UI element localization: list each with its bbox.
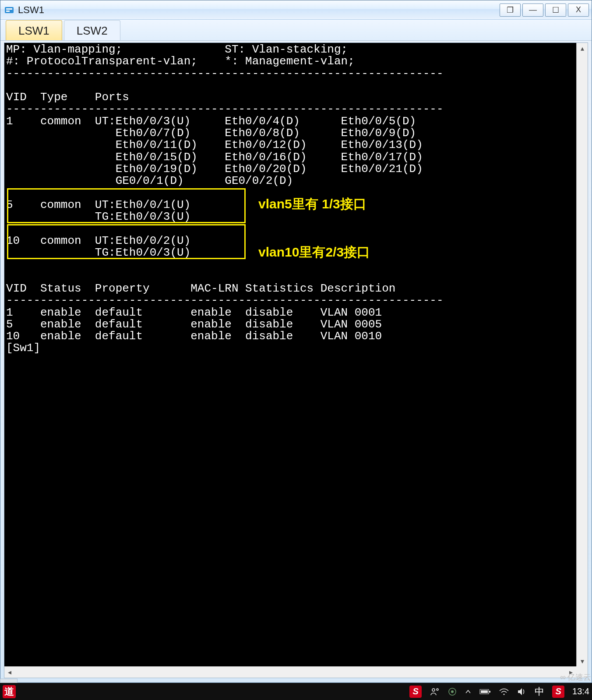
svg-rect-0	[5, 7, 14, 13]
maximize-button[interactable]: ☐	[545, 4, 566, 17]
svg-rect-1	[6, 8, 12, 10]
svg-point-6	[451, 690, 454, 693]
battery-icon[interactable]	[479, 688, 491, 695]
tab-lsw1[interactable]: LSW1	[6, 20, 62, 40]
taskbar-app-icon[interactable]: 道	[3, 685, 16, 698]
watermark: ∞亿速云	[560, 672, 591, 682]
svg-rect-8	[489, 691, 490, 693]
tab-strip: LSW1 LSW2	[0, 20, 592, 41]
svg-point-10	[504, 693, 505, 695]
sogou-tray-icon[interactable]: S	[409, 686, 422, 698]
tab-lsw2[interactable]: LSW2	[64, 20, 120, 40]
scroll-left-icon[interactable]: ◂	[4, 667, 15, 678]
hscroll-track[interactable]	[15, 667, 566, 678]
annotation-vlan5: vlan5里有 1/3接口	[258, 195, 366, 213]
annotation-vlan10: vlan10里有2/3接口	[258, 243, 370, 261]
svg-point-3	[432, 689, 435, 691]
svg-rect-2	[6, 11, 10, 12]
vertical-scrollbar[interactable]: ▴ ▾	[576, 43, 588, 666]
scroll-down-icon[interactable]: ▾	[577, 656, 588, 666]
popout-button[interactable]: ❐	[500, 4, 521, 17]
wifi-icon[interactable]	[499, 687, 509, 696]
sync-icon[interactable]	[448, 687, 457, 696]
terminal-container: MP: Vlan-mapping; ST: Vlan-stacking; #: …	[4, 42, 588, 678]
sogou-ime-icon[interactable]: S	[552, 686, 564, 698]
minimize-button[interactable]: —	[522, 4, 543, 17]
volume-icon[interactable]	[517, 687, 527, 696]
vscroll-track[interactable]	[577, 53, 588, 656]
ime-indicator[interactable]: 中	[535, 685, 544, 698]
people-icon[interactable]	[430, 686, 440, 697]
taskbar[interactable]: 道 S 中 S 13:4	[0, 683, 592, 700]
window-resize-strip	[0, 679, 18, 683]
svg-point-4	[437, 689, 438, 690]
app-window: LSW1 ❐ — ☐ X LSW1 LSW2 MP: Vlan-mapping;…	[0, 0, 592, 683]
clock[interactable]: 13:4	[572, 686, 589, 696]
svg-rect-9	[481, 690, 488, 693]
window-title: LSW1	[18, 4, 44, 16]
close-button[interactable]: X	[568, 4, 589, 17]
app-icon	[3, 4, 15, 16]
horizontal-scrollbar[interactable]: ◂ ▸	[4, 666, 576, 678]
terminal-output[interactable]: MP: Vlan-mapping; ST: Vlan-stacking; #: …	[4, 43, 576, 666]
scroll-up-icon[interactable]: ▴	[577, 43, 588, 53]
chevron-up-icon[interactable]	[465, 688, 472, 695]
titlebar[interactable]: LSW1 ❐ — ☐ X	[0, 0, 592, 20]
